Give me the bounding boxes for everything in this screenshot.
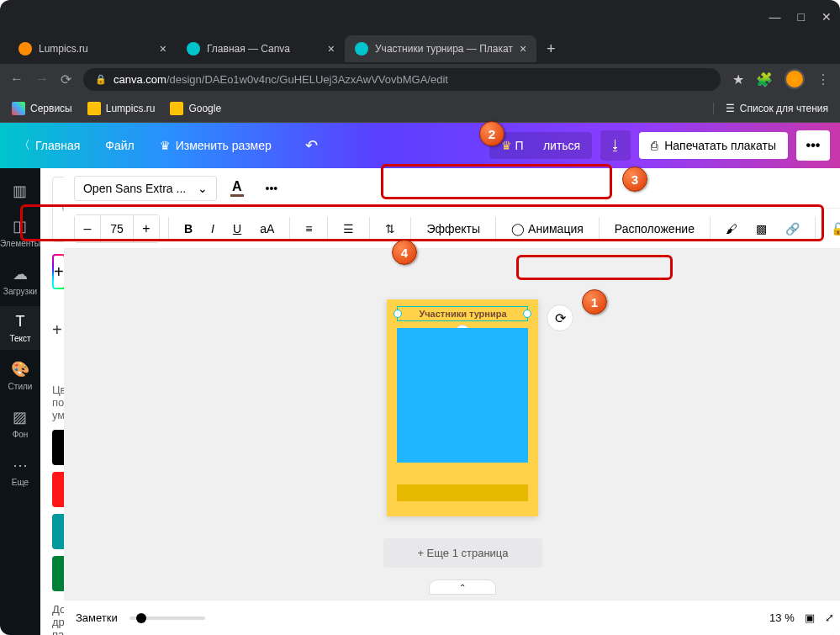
forward-button[interactable]: → xyxy=(35,71,49,87)
shape-element[interactable] xyxy=(397,328,528,463)
tab-title: Участники турнира — Плакат xyxy=(375,43,513,55)
notes-button[interactable]: Заметки xyxy=(76,611,118,624)
text-toolbar-1: Open Sans Extra ...⌄ A ••• 🗑 xyxy=(64,168,840,209)
maximize-icon[interactable]: □ xyxy=(798,10,805,24)
menu-icon[interactable]: ⋮ xyxy=(816,71,830,87)
bold-button[interactable]: B xyxy=(177,217,199,241)
shape-element[interactable] xyxy=(397,484,528,501)
browser-tabs: Lumpics.ru × Главная — Canva × Участники… xyxy=(0,34,840,64)
home-button[interactable]: 〈Главная xyxy=(10,131,88,160)
font-size-stepper[interactable]: – + xyxy=(74,214,160,243)
extension-icon[interactable]: 🧩 xyxy=(756,71,773,87)
spacing-button[interactable]: ⇅ xyxy=(378,217,402,241)
folder-icon xyxy=(87,102,101,115)
zoom-level[interactable]: 13 % xyxy=(769,611,795,624)
tab-close-icon[interactable]: × xyxy=(328,42,335,56)
color-swatch[interactable] xyxy=(52,514,64,549)
rail-templates[interactable]: ▥ xyxy=(0,175,40,207)
text-color-button[interactable]: A xyxy=(222,174,252,202)
list-icon: ☰ xyxy=(726,103,735,114)
text-toolbar-2: – + B I U aA ≡ ☰ ⇅ Эффекты ◯Анимация Рас… xyxy=(64,209,840,249)
page-refresh-button[interactable]: ⟳ xyxy=(547,304,573,331)
position-button[interactable]: Расположение xyxy=(608,217,701,241)
align-button[interactable]: ≡ xyxy=(298,217,319,241)
size-increase[interactable]: + xyxy=(134,215,159,242)
effects-button[interactable]: Эффекты xyxy=(420,217,487,241)
toolbar-more[interactable]: ••• xyxy=(257,177,287,200)
cloud-icon: ☁ xyxy=(13,265,28,283)
design-page[interactable]: Участники турнира ⟳ xyxy=(387,299,538,516)
tab-close-icon[interactable]: × xyxy=(520,42,526,56)
tab-title: Lumpics.ru xyxy=(39,43,88,55)
print-icon: ⎙ xyxy=(651,139,658,152)
file-menu[interactable]: Файл xyxy=(97,132,142,159)
size-decrease[interactable]: – xyxy=(75,215,100,242)
bookmark-google[interactable]: Google xyxy=(170,102,221,115)
transparency-button[interactable]: ▩ xyxy=(749,217,774,241)
callout-2: 2 xyxy=(479,121,505,146)
close-icon[interactable]: ✕ xyxy=(822,10,832,24)
crown-icon: ♛ xyxy=(160,139,171,152)
text-icon: T xyxy=(15,313,24,331)
rail-uploads[interactable]: ☁Загрузки xyxy=(0,258,40,303)
color-swatch[interactable] xyxy=(52,556,64,591)
favicon-icon xyxy=(355,42,368,56)
lock-button[interactable]: 🔓 xyxy=(824,217,840,241)
more-button[interactable]: ••• xyxy=(796,130,830,161)
animation-button[interactable]: ◯Анимация xyxy=(505,217,590,241)
folder-icon xyxy=(170,102,183,115)
tab-lumpics[interactable]: Lumpics.ru × xyxy=(8,35,177,62)
italic-button[interactable]: I xyxy=(204,217,221,241)
back-button[interactable]: ← xyxy=(10,71,24,87)
zoom-slider[interactable] xyxy=(129,616,205,620)
text-element[interactable]: Участники турнира xyxy=(397,306,528,321)
color-search-input[interactable]: 🔍 Попробуйте «синий» или #00c4cc xyxy=(52,177,64,242)
new-tab-button[interactable]: + xyxy=(536,40,566,58)
templates-icon: ▥ xyxy=(13,182,27,200)
url-path: /design/DAEo1w0v4nc/GuHELUej3AzxAwVVovbM… xyxy=(166,73,448,86)
rail-more[interactable]: ⋯Еще xyxy=(0,449,40,494)
canvas-viewport[interactable]: Участники турнира ⟳ ⟳ + Еще 1 страница ⌃ xyxy=(64,249,840,635)
scroll-indicator[interactable]: ⌃ xyxy=(429,579,496,595)
color-swatch[interactable] xyxy=(52,430,64,465)
tab-canva-design[interactable]: Участники турнира — Плакат × xyxy=(345,35,536,62)
add-color-button[interactable]: + xyxy=(52,254,64,289)
rail-background[interactable]: ▨Фон xyxy=(0,401,40,446)
download-button[interactable]: ⭳ xyxy=(600,130,631,161)
print-button[interactable]: ⎙Напечатать плакаты xyxy=(639,132,788,159)
profile-avatar[interactable] xyxy=(785,69,805,89)
link-button[interactable]: 🔗 xyxy=(779,217,806,241)
color-panel: 🔍 Попробуйте «синий» или #00c4cc + +Доба… xyxy=(40,168,64,635)
rail-elements[interactable]: ◫Элементы xyxy=(0,210,40,255)
copy-style-button[interactable]: 🖌 xyxy=(719,217,744,241)
minimize-icon[interactable]: — xyxy=(769,10,781,24)
font-select[interactable]: Open Sans Extra ...⌄ xyxy=(74,176,217,201)
star-icon[interactable]: ★ xyxy=(732,71,744,87)
crown-icon: ♛ xyxy=(501,139,512,152)
side-rail: ▥ ◫Элементы ☁Загрузки TТекст 🎨Стили ▨Фон… xyxy=(0,168,40,635)
list-button[interactable]: ☰ xyxy=(336,217,361,241)
tab-canva-home[interactable]: Главная — Canva × xyxy=(177,35,345,62)
case-button[interactable]: aA xyxy=(253,217,281,241)
share-button[interactable]: ♛ П литься xyxy=(489,132,593,159)
page-view-button[interactable]: ▣ xyxy=(805,611,815,624)
bookmark-services[interactable]: Сервисы xyxy=(12,102,72,115)
add-page-button[interactable]: + Еще 1 страница xyxy=(383,538,542,568)
color-swatch[interactable] xyxy=(52,472,64,507)
underline-button[interactable]: U xyxy=(226,217,248,241)
tab-close-icon[interactable]: × xyxy=(160,42,166,56)
rail-text[interactable]: TТекст xyxy=(0,306,40,350)
callout-1: 1 xyxy=(582,289,607,315)
reading-list[interactable]: ☰Список для чтения xyxy=(713,103,828,114)
address-bar: ← → ⟳ 🔒 canva.com/design/DAEo1w0v4nc/GuH… xyxy=(0,64,840,94)
font-size-input[interactable] xyxy=(100,215,134,242)
url-input[interactable]: 🔒 canva.com/design/DAEo1w0v4nc/GuHELUej3… xyxy=(83,68,721,91)
plus-icon: + xyxy=(52,320,62,340)
resize-button[interactable]: ♛Изменить размер xyxy=(151,132,280,159)
undo-button[interactable]: ↶ xyxy=(297,130,326,161)
reload-button[interactable]: ⟳ xyxy=(61,71,71,87)
tab-title: Главная — Canva xyxy=(207,43,290,55)
rail-styles[interactable]: 🎨Стили xyxy=(0,353,40,398)
bookmark-lumpics[interactable]: Lumpics.ru xyxy=(87,102,156,115)
fullscreen-button[interactable]: ⤢ xyxy=(825,611,834,624)
